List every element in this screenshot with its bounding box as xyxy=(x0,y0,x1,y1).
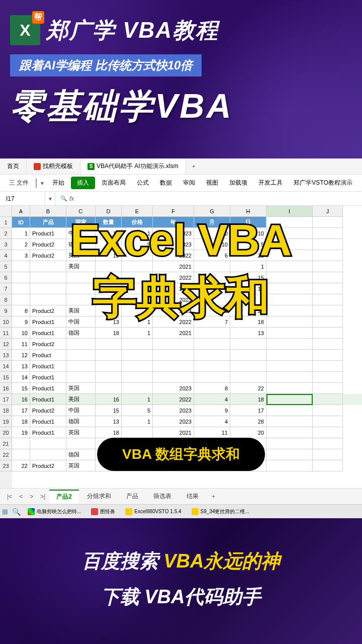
window-tab-file[interactable]: S VBA代码助手 AI功能演示.xlsm xyxy=(80,158,186,174)
cell[interactable] xyxy=(66,350,96,361)
cell[interactable]: 1 xyxy=(122,394,153,405)
cell[interactable]: Product2 xyxy=(30,239,66,250)
cell[interactable] xyxy=(96,383,122,394)
cell[interactable]: 19 xyxy=(96,228,122,239)
cell[interactable]: 13 xyxy=(230,283,266,294)
cell[interactable]: 2022 xyxy=(153,316,194,328)
cell[interactable] xyxy=(96,294,122,305)
cell[interactable] xyxy=(122,250,153,261)
cell[interactable] xyxy=(313,339,343,350)
cell[interactable] xyxy=(266,383,313,394)
cell[interactable]: 10 xyxy=(194,239,230,250)
col-header-G[interactable]: G xyxy=(194,206,230,217)
header-cell[interactable]: 产品 xyxy=(30,217,66,228)
window-tab-template[interactable]: 找稻壳模板 xyxy=(27,158,80,174)
cell[interactable] xyxy=(12,449,30,460)
dropdown-icon[interactable]: ▾ xyxy=(39,180,46,187)
cell[interactable]: 1 xyxy=(122,316,153,328)
cell[interactable]: Product2 xyxy=(30,460,66,471)
row-header[interactable]: 7 xyxy=(0,283,12,294)
cell[interactable] xyxy=(30,261,66,272)
cell[interactable]: 15 xyxy=(230,272,266,283)
cell[interactable] xyxy=(122,350,153,361)
cell[interactable] xyxy=(96,350,122,361)
cell[interactable] xyxy=(122,261,153,272)
cell[interactable] xyxy=(30,272,66,283)
cell[interactable]: Product1 xyxy=(30,228,66,239)
cell[interactable] xyxy=(122,427,153,438)
cell[interactable] xyxy=(230,339,266,350)
col-header-F[interactable]: F xyxy=(153,206,194,217)
cell[interactable]: Product2 xyxy=(30,250,66,261)
row-header[interactable]: 8 xyxy=(0,294,12,305)
cell[interactable] xyxy=(313,405,343,416)
row-header[interactable]: 11 xyxy=(0,328,12,339)
cell[interactable] xyxy=(266,261,313,272)
cell[interactable] xyxy=(122,283,153,294)
cell[interactable]: 18 xyxy=(12,416,30,427)
cell[interactable]: Product2 xyxy=(30,305,66,316)
cell[interactable] xyxy=(194,372,230,383)
cell[interactable] xyxy=(96,372,122,383)
cell[interactable]: 15 xyxy=(96,405,122,416)
cell[interactable] xyxy=(153,350,194,361)
ribbon-data[interactable]: 数据 xyxy=(155,177,176,189)
cell[interactable]: 16 xyxy=(12,394,30,405)
cell[interactable]: 13 xyxy=(96,316,122,328)
cell[interactable]: 德国 xyxy=(66,416,96,427)
cell[interactable] xyxy=(313,239,343,250)
cell[interactable]: 13 xyxy=(96,416,122,427)
cell[interactable]: 2021 xyxy=(153,328,194,339)
cell[interactable]: 英国 xyxy=(66,383,96,394)
cell[interactable]: 13 xyxy=(12,361,30,372)
cell[interactable] xyxy=(122,383,153,394)
cell[interactable] xyxy=(122,339,153,350)
cell[interactable]: 16 xyxy=(96,394,122,405)
cell[interactable] xyxy=(313,261,343,272)
cell[interactable] xyxy=(194,294,230,305)
cell[interactable] xyxy=(313,328,343,339)
cell[interactable] xyxy=(266,339,313,350)
sheet-tab-4[interactable]: 结果 xyxy=(179,490,206,503)
cell[interactable] xyxy=(66,339,96,350)
cell[interactable]: 11 xyxy=(96,305,122,316)
cell[interactable]: 英国 xyxy=(66,250,96,261)
sheet-nav-first-icon[interactable]: |< xyxy=(4,493,15,500)
cell[interactable] xyxy=(313,383,343,394)
cell[interactable]: 10 xyxy=(230,228,266,239)
cell[interactable] xyxy=(30,438,66,449)
cell[interactable] xyxy=(96,261,122,272)
cell[interactable]: 2022 xyxy=(153,250,194,261)
taskbar-search-icon[interactable]: 🔍 xyxy=(12,508,21,516)
cell[interactable] xyxy=(153,361,194,372)
cell[interactable] xyxy=(30,294,66,305)
fx-label[interactable]: fx xyxy=(55,195,79,202)
cell[interactable]: Product1 xyxy=(30,361,66,372)
cell[interactable]: 4 xyxy=(194,394,230,405)
cell[interactable] xyxy=(122,372,153,383)
cell[interactable]: 2022 xyxy=(153,394,194,405)
cell[interactable]: 17 xyxy=(230,405,266,416)
cell[interactable] xyxy=(12,261,30,272)
cell[interactable]: 18 xyxy=(230,316,266,328)
cell[interactable] xyxy=(230,372,266,383)
cell[interactable] xyxy=(313,394,343,405)
cell[interactable] xyxy=(230,350,266,361)
cell[interactable] xyxy=(194,261,230,272)
save-icon[interactable] xyxy=(36,178,37,188)
cell[interactable] xyxy=(313,283,343,294)
cell[interactable]: 11 xyxy=(194,427,230,438)
cell[interactable] xyxy=(313,217,343,228)
row-header[interactable]: 5 xyxy=(0,261,12,272)
cell[interactable]: 德国 xyxy=(66,328,96,339)
cell[interactable]: 8 xyxy=(194,383,230,394)
header-cell[interactable]: 价格 xyxy=(122,217,153,228)
row-header[interactable]: 14 xyxy=(0,361,12,372)
ribbon-dev[interactable]: 开发工具 xyxy=(254,177,287,189)
cell[interactable]: 美国 xyxy=(66,305,96,316)
taskbar-item-2[interactable]: Excel880VSTO 1.5.4 xyxy=(122,508,184,515)
cell[interactable] xyxy=(12,283,30,294)
cell[interactable] xyxy=(266,305,313,316)
cell[interactable] xyxy=(313,361,343,372)
cell[interactable] xyxy=(266,427,313,438)
